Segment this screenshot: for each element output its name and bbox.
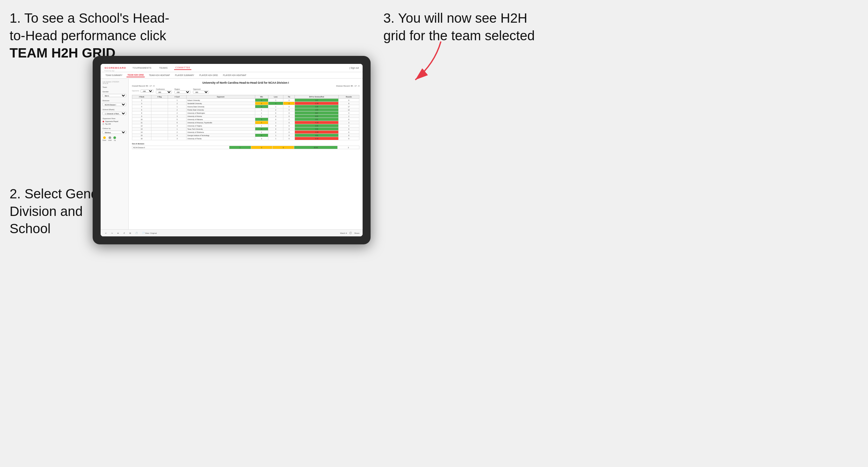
- sub-nav-team-h2h-grid[interactable]: TEAM H2H GRID: [126, 73, 145, 77]
- gender-select[interactable]: Men's: [102, 94, 126, 97]
- cell-conf: 4: [168, 134, 186, 137]
- sub-nav-player-summary[interactable]: PLAYER SUMMARY: [174, 73, 195, 77]
- cell-rank: 16: [132, 137, 151, 140]
- nav-committee[interactable]: COMMITTEE: [174, 66, 192, 70]
- col-tie: Tie: [283, 95, 295, 99]
- school-select[interactable]: 1. University of Nort...: [102, 112, 126, 115]
- cell-rounds: 9: [338, 131, 359, 134]
- cell-rounds: 3: [338, 112, 359, 115]
- sub-nav-team-summary[interactable]: TEAM SUMMARY: [104, 73, 123, 77]
- grid-area: University of North Carolina Head-to-Hea…: [129, 79, 363, 229]
- cell-conf: 1: [168, 105, 186, 108]
- col-reg: # Reg: [151, 95, 168, 99]
- cell-win: 3: [255, 127, 268, 131]
- cell-conf: 5: [168, 118, 186, 121]
- cell-tie: 0: [283, 134, 295, 137]
- region-filter-select[interactable]: (All): [175, 90, 190, 94]
- cell-rank: 14: [132, 131, 151, 134]
- cell-rank: 13: [132, 127, 151, 131]
- sub-nav-team-h2h-heatmap[interactable]: TEAM H2H HEATMAP: [148, 73, 171, 77]
- crop-btn[interactable]: ⊞: [128, 231, 132, 235]
- watch-btn[interactable]: Watch ▾: [340, 232, 347, 234]
- sidebar-school-section: School (Rank) 1. University of Nort...: [102, 108, 126, 115]
- col-conf: # Conf: [168, 95, 186, 99]
- cell-tie: 0: [283, 121, 295, 124]
- logo: SCOREBOARD Powered by clippi: [104, 64, 126, 71]
- top-100-radio[interactable]: Top 100: [102, 123, 126, 125]
- cell-rank: 15: [132, 134, 151, 137]
- cell-rounds: 17: [338, 105, 359, 108]
- undo-btn[interactable]: ↩: [104, 231, 108, 235]
- cell-tie: 0: [283, 115, 295, 118]
- cell-opponent: Arizona State University: [186, 105, 255, 108]
- cell-rounds: 8: [338, 118, 359, 121]
- cell-conf: 2: [168, 112, 186, 115]
- cell-tie: 0: [283, 127, 295, 131]
- cell-loss: 1: [268, 134, 283, 137]
- cell-conf: 2: [168, 131, 186, 134]
- cell-tie: 0: [283, 118, 295, 121]
- sub-nav-player-h2h-heatmap[interactable]: PLAYER H2H HEATMAP: [222, 73, 247, 77]
- opponents-filter-select[interactable]: (All): [141, 89, 153, 93]
- cell-opponent: University of Oklahoma: [186, 131, 255, 134]
- cell-conf: 2: [168, 102, 186, 105]
- colour-by-select[interactable]: Win/loss: [102, 131, 126, 134]
- cell-reg: [151, 118, 168, 121]
- cell-opponent: University of Florida: [186, 137, 255, 140]
- cell-rank: 12: [132, 124, 151, 127]
- table-row: 14 2 University of Oklahoma 1 2 0 -1.00 …: [132, 131, 360, 134]
- cell-tie: 0: [283, 137, 295, 140]
- sidebar: Last Updated: 27/03/2024 16:55:38 Team G…: [101, 79, 129, 229]
- out-of-division-table: NCAA Division II 1 0 0 26.00 3: [132, 146, 360, 149]
- cell-reg: [151, 105, 168, 108]
- cell-reg: [151, 131, 168, 134]
- cell-conf: 1: [168, 127, 186, 131]
- cell-rounds: 3: [338, 124, 359, 127]
- cell-rank: 11: [132, 121, 151, 124]
- cell-opponent: Vanderbilt University: [186, 102, 255, 105]
- cell-tie: 0: [283, 112, 295, 115]
- main-content: Last Updated: 27/03/2024 16:55:38 Team G…: [101, 79, 363, 229]
- cell-opponent: University of Virginia: [186, 124, 255, 127]
- clock-btn[interactable]: 🕐: [134, 231, 139, 235]
- cell-reg: [151, 127, 168, 131]
- cell-reg: [151, 99, 168, 102]
- grid-records: Overall Record: 89 - 17 - 0 Division Rec…: [132, 85, 360, 87]
- step1-line1: 1. To see a School's Head-: [9, 10, 169, 26]
- cell-rank: 8: [132, 112, 151, 115]
- redo-btn[interactable]: ↪: [110, 231, 114, 235]
- sidebar-gender-section: Gender Men's: [102, 91, 126, 97]
- tablet-device: SCOREBOARD Powered by clippi TOURNAMENTS…: [93, 56, 371, 244]
- cell-opponent: University of Arkansas, Fayetteville: [186, 121, 255, 124]
- cell-reg: [151, 112, 168, 115]
- back-btn[interactable]: ⬅: [116, 231, 120, 235]
- sign-out[interactable]: | Sign out: [349, 67, 359, 69]
- comment-btn[interactable]: 💬: [349, 232, 352, 234]
- cell-win: 2: [255, 99, 268, 102]
- step3-line1: 3. You will now see H2H: [383, 10, 527, 26]
- cell-diff: 1.83: [295, 108, 338, 112]
- refresh-btn[interactable]: ↺: [122, 231, 126, 235]
- cell-loss: 2: [268, 131, 283, 134]
- tablet-screen: SCOREBOARD Powered by clippi TOURNAMENTS…: [101, 64, 363, 237]
- nav-tournaments[interactable]: TOURNAMENTS: [131, 66, 153, 70]
- cell-win: 6: [255, 134, 268, 137]
- out-of-division-loss: 0: [251, 146, 273, 149]
- step1-line2: to-Head performance click: [9, 28, 166, 43]
- table-row: 8 2 University of Washington 1 0 0 3.67 …: [132, 112, 360, 115]
- opponent-filter-select[interactable]: (All): [193, 90, 209, 94]
- cell-reg: [151, 124, 168, 127]
- cell-loss: 0: [268, 112, 283, 115]
- opponents-played-radio[interactable]: Opponents Played: [102, 120, 126, 122]
- cell-rank: 9: [132, 115, 151, 118]
- cell-diff: -2.29: [295, 102, 338, 105]
- sub-nav-player-h2h-grid[interactable]: PLAYER H2H GRID: [198, 73, 219, 77]
- cell-win: 0: [255, 121, 268, 124]
- out-of-division-rounds: 3: [338, 146, 360, 149]
- cell-tie: 0: [283, 131, 295, 134]
- nav-teams[interactable]: TEAMS: [158, 66, 169, 70]
- col-opponent: Opponent: [186, 95, 255, 99]
- division-select[interactable]: NCAA Division I: [102, 103, 126, 106]
- share-btn[interactable]: Share: [354, 232, 360, 234]
- conference-filter-select[interactable]: (All): [156, 90, 172, 94]
